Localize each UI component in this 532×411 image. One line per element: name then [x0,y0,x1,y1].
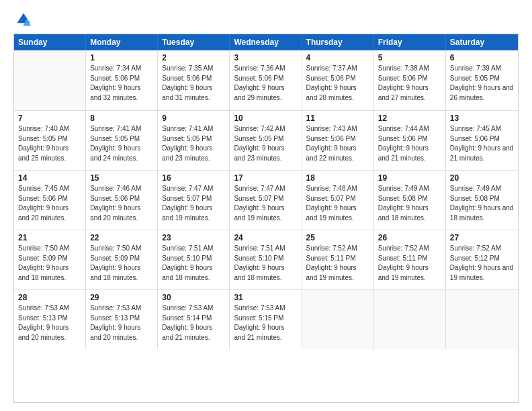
daylight-label: Daylight: 9 hours and 19 minutes. [378,264,429,281]
day-cell-6: 6Sunrise: 7:39 AMSunset: 5:05 PMDaylight… [446,50,518,110]
day-info: Sunrise: 7:45 AMSunset: 5:06 PMDaylight:… [18,184,81,223]
day-info: Sunrise: 7:37 AMSunset: 5:06 PMDaylight:… [306,64,369,103]
day-cell-31: 31Sunrise: 7:53 AMSunset: 5:15 PMDayligh… [230,290,302,349]
daylight-label: Daylight: 9 hours and 21 minutes. [450,144,514,162]
day-number: 20 [450,173,514,183]
day-info: Sunrise: 7:49 AMSunset: 5:08 PMDaylight:… [378,184,441,223]
daylight-label: Daylight: 9 hours and 23 minutes. [162,144,212,162]
daylight-label: Daylight: 9 hours and 19 minutes. [450,264,514,281]
daylight-label: Daylight: 9 hours and 29 minutes. [234,84,284,101]
sunset-label: Sunset: 5:12 PM [450,255,500,262]
empty-cell [14,50,86,110]
day-cell-12: 12Sunrise: 7:44 AMSunset: 5:06 PMDayligh… [374,111,446,170]
header-day-monday: Monday [86,34,158,50]
logo-icon [16,12,31,27]
sunset-label: Sunset: 5:07 PM [306,195,356,202]
day-cell-4: 4Sunrise: 7:37 AMSunset: 5:06 PMDaylight… [302,50,374,110]
day-cell-9: 9Sunrise: 7:41 AMSunset: 5:05 PMDaylight… [158,111,230,170]
day-info: Sunrise: 7:47 AMSunset: 5:07 PMDaylight:… [162,184,225,223]
sunrise-label: Sunrise: 7:45 AM [450,125,501,132]
daylight-label: Daylight: 9 hours and 18 minutes. [450,204,514,222]
day-number: 8 [90,113,153,123]
day-info: Sunrise: 7:48 AMSunset: 5:07 PMDaylight:… [306,184,369,223]
sunset-label: Sunset: 5:06 PM [450,135,500,142]
day-cell-24: 24Sunrise: 7:51 AMSunset: 5:10 PMDayligh… [230,230,302,289]
day-info: Sunrise: 7:41 AMSunset: 5:05 PMDaylight:… [90,124,153,163]
empty-cell [302,290,374,349]
day-info: Sunrise: 7:50 AMSunset: 5:09 PMDaylight:… [18,244,81,283]
day-number: 18 [306,173,369,183]
day-cell-30: 30Sunrise: 7:53 AMSunset: 5:14 PMDayligh… [158,290,230,349]
day-number: 6 [450,53,514,62]
day-info: Sunrise: 7:40 AMSunset: 5:05 PMDaylight:… [18,124,81,163]
day-cell-29: 29Sunrise: 7:53 AMSunset: 5:13 PMDayligh… [86,290,158,349]
daylight-label: Daylight: 9 hours and 21 minutes. [234,324,284,341]
daylight-label: Daylight: 9 hours and 19 minutes. [162,204,212,222]
day-info: Sunrise: 7:52 AMSunset: 5:11 PMDaylight:… [306,244,369,283]
day-number: 1 [90,53,153,62]
daylight-label: Daylight: 9 hours and 25 minutes. [18,144,69,162]
day-number: 12 [378,113,441,123]
day-number: 30 [162,293,225,302]
daylight-label: Daylight: 9 hours and 18 minutes. [162,264,212,281]
sunrise-label: Sunrise: 7:35 AM [162,64,213,72]
day-info: Sunrise: 7:52 AMSunset: 5:12 PMDaylight:… [450,244,514,283]
day-number: 9 [162,113,225,123]
header [13,12,519,27]
daylight-label: Daylight: 9 hours and 19 minutes. [234,204,284,222]
sunrise-label: Sunrise: 7:51 AM [162,244,213,252]
day-info: Sunrise: 7:49 AMSunset: 5:08 PMDaylight:… [450,184,514,223]
week-row-4: 21Sunrise: 7:50 AMSunset: 5:09 PMDayligh… [14,230,518,289]
sunset-label: Sunset: 5:05 PM [18,135,68,142]
day-info: Sunrise: 7:44 AMSunset: 5:06 PMDaylight:… [378,124,441,163]
sunset-label: Sunset: 5:05 PM [234,135,283,142]
header-day-tuesday: Tuesday [158,34,230,50]
logo [13,12,31,27]
day-info: Sunrise: 7:42 AMSunset: 5:05 PMDaylight:… [234,124,297,163]
day-number: 25 [306,233,369,242]
day-info: Sunrise: 7:53 AMSunset: 5:13 PMDaylight:… [18,304,81,342]
daylight-label: Daylight: 9 hours and 20 minutes. [18,324,69,341]
sunset-label: Sunset: 5:07 PM [162,195,212,202]
day-number: 11 [306,113,369,123]
sunset-label: Sunset: 5:05 PM [450,75,500,82]
daylight-label: Daylight: 9 hours and 23 minutes. [234,144,284,162]
sunrise-label: Sunrise: 7:53 AM [90,304,141,312]
day-number: 17 [234,173,297,183]
day-info: Sunrise: 7:41 AMSunset: 5:05 PMDaylight:… [162,124,225,163]
day-cell-17: 17Sunrise: 7:47 AMSunset: 5:07 PMDayligh… [230,171,302,230]
daylight-label: Daylight: 9 hours and 18 minutes. [18,264,69,281]
day-number: 27 [450,233,514,242]
header-day-saturday: Saturday [446,34,518,50]
day-cell-2: 2Sunrise: 7:35 AMSunset: 5:06 PMDaylight… [158,50,230,110]
sunset-label: Sunset: 5:06 PM [90,195,140,202]
sunset-label: Sunset: 5:08 PM [378,195,428,202]
day-number: 19 [378,173,441,183]
sunset-label: Sunset: 5:08 PM [450,195,500,202]
sunset-label: Sunset: 5:06 PM [378,75,428,82]
day-info: Sunrise: 7:53 AMSunset: 5:13 PMDaylight:… [90,304,153,342]
daylight-label: Daylight: 9 hours and 31 minutes. [162,84,212,101]
week-row-1: 1Sunrise: 7:34 AMSunset: 5:06 PMDaylight… [14,50,518,110]
day-number: 21 [18,233,81,242]
sunrise-label: Sunrise: 7:51 AM [234,244,285,252]
week-row-2: 7Sunrise: 7:40 AMSunset: 5:05 PMDaylight… [14,110,518,170]
page: SundayMondayTuesdayWednesdayThursdayFrid… [0,0,532,411]
day-cell-21: 21Sunrise: 7:50 AMSunset: 5:09 PMDayligh… [14,230,86,289]
daylight-label: Daylight: 9 hours and 20 minutes. [90,324,140,341]
day-info: Sunrise: 7:52 AMSunset: 5:11 PMDaylight:… [378,244,441,283]
sunset-label: Sunset: 5:06 PM [306,75,356,82]
header-day-wednesday: Wednesday [230,34,302,50]
day-number: 22 [90,233,153,242]
day-info: Sunrise: 7:51 AMSunset: 5:10 PMDaylight:… [234,244,297,283]
sunset-label: Sunset: 5:06 PM [306,135,356,142]
sunrise-label: Sunrise: 7:47 AM [234,185,285,192]
sunset-label: Sunset: 5:10 PM [234,255,283,262]
sunrise-label: Sunrise: 7:39 AM [450,64,501,72]
day-number: 3 [234,53,297,62]
sunset-label: Sunset: 5:07 PM [234,195,283,202]
day-cell-14: 14Sunrise: 7:45 AMSunset: 5:06 PMDayligh… [14,171,86,230]
sunset-label: Sunset: 5:06 PM [18,195,68,202]
day-number: 14 [18,173,81,183]
day-number: 10 [234,113,297,123]
